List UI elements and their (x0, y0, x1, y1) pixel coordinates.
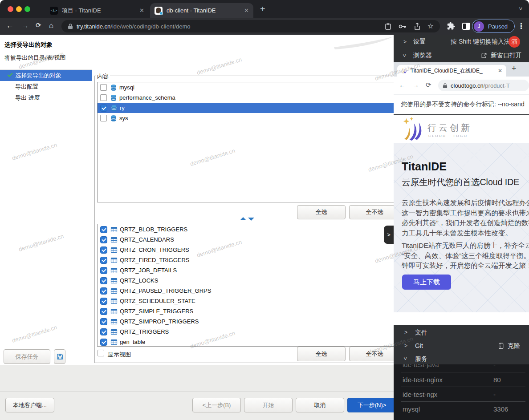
row-checkbox[interactable] (100, 226, 107, 233)
local-client-button[interactable]: 本地客户端... (5, 398, 54, 412)
settings-label: 设置 (413, 38, 426, 46)
brand-name: 行云创新 (427, 122, 472, 134)
inner-browser-tab[interactable]: TitanIDE_CloudIDE_在线IDE_ ✕ (397, 65, 506, 77)
tab-project[interactable]: <t> 项目 - TitanIDE ✕ (45, 3, 149, 18)
bookmark-star-icon[interactable]: ☆ (427, 23, 434, 30)
sync-status: Paused (488, 23, 508, 30)
row-checkbox[interactable] (100, 277, 107, 284)
row-checkbox[interactable] (100, 236, 107, 243)
clone-label[interactable]: 克隆 (508, 342, 520, 350)
table-icon (110, 298, 118, 305)
chevron-right-icon: > (404, 329, 407, 335)
back-button[interactable]: ← (6, 21, 14, 30)
row-checkbox[interactable] (100, 308, 107, 315)
step-export-progress[interactable]: 导出 进度 (0, 92, 92, 103)
git-section-row[interactable]: > Git 克隆 (394, 339, 529, 353)
new-tab-button[interactable]: + (260, 4, 265, 14)
step-label: 导出配置 (15, 83, 38, 91)
clone-icon[interactable] (498, 343, 504, 349)
tab-db-client[interactable]: db-client - TitanIDE ✕ (150, 3, 253, 18)
hero-section: TitanIDE 云原生时代您的首选Cloud IDE 云原生技术高速发展和后疫… (394, 143, 529, 312)
row-checkbox[interactable] (100, 94, 107, 101)
row-checkbox[interactable] (100, 328, 107, 335)
extensions-puzzle-icon[interactable] (446, 21, 456, 31)
step-label: 导出 进度 (15, 94, 40, 102)
services-label: 服务 (415, 355, 427, 363)
row-checkbox[interactable] (100, 257, 107, 264)
service-row[interactable]: mysql3306 (394, 402, 529, 416)
chevron-right-icon: > (403, 39, 407, 45)
hero-title: TitanIDE (402, 160, 447, 173)
row-checkbox[interactable] (100, 287, 107, 295)
panel-expander-handle[interactable]: > (384, 226, 394, 244)
row-checkbox[interactable] (100, 246, 107, 254)
row-checkbox[interactable] (100, 339, 107, 346)
service-list: ide-test-java-ide-test-nginx80ide-test-n… (394, 361, 529, 420)
save-task-button[interactable]: 保存任务 (4, 349, 50, 364)
git-label: Git (415, 342, 423, 349)
row-checkbox[interactable] (100, 318, 107, 325)
close-window-button[interactable] (8, 6, 13, 12)
tab-search-chevron-icon[interactable]: > (519, 5, 523, 12)
address-bar[interactable]: try.titanide.cn/ide/web/coding/db-client… (61, 20, 440, 32)
database-icon (110, 94, 117, 101)
download-button[interactable]: 马上下载 (402, 275, 451, 290)
step-label: 选择要导出的对象 (15, 72, 61, 80)
inner-address-bar[interactable]: cloudtogo.cn/product-T (438, 80, 529, 91)
step-select-objects[interactable]: 选择要导出的对象 (0, 70, 92, 81)
table-name: QRTZ_PAUSED_TRIGGER_GRPS (120, 287, 211, 294)
copy-link-icon[interactable] (385, 23, 391, 30)
open-new-window-label[interactable]: 新窗口打开 (491, 52, 522, 60)
splitter-up-icon[interactable] (240, 217, 246, 220)
show-views-checkbox[interactable] (98, 350, 104, 356)
row-checkbox[interactable] (100, 115, 107, 121)
start-button[interactable]: 开始 (244, 398, 293, 412)
files-section-row[interactable]: > 文件 (394, 326, 529, 339)
inner-new-tab-button[interactable]: + (512, 64, 517, 73)
select-none-button-bottom[interactable]: 全不选 (349, 347, 400, 361)
service-port: 3306 (493, 405, 508, 413)
save-task-icon-button[interactable] (54, 349, 65, 364)
side-panel-icon[interactable] (462, 23, 470, 30)
service-row[interactable]: ide-test-nginx80 (394, 372, 529, 387)
step-export-config[interactable]: 导出配置 (0, 81, 92, 92)
select-all-button-top[interactable]: 全选 (297, 205, 346, 219)
row-checkbox[interactable] (100, 267, 107, 274)
minimize-window-button[interactable] (16, 6, 22, 12)
row-checkbox[interactable] (100, 298, 107, 305)
inner-tab-close-icon[interactable]: ✕ (498, 68, 502, 74)
wizard-title: 选择要导出的对象 (4, 41, 53, 49)
forward-button[interactable]: → (21, 21, 29, 30)
inner-back-button[interactable]: ← (399, 81, 406, 89)
open-new-window-icon[interactable] (481, 52, 487, 59)
tab-close-icon[interactable]: ✕ (240, 7, 249, 14)
password-key-icon[interactable] (399, 24, 407, 29)
previous-step-button[interactable]: <上一步(B) (192, 398, 241, 412)
table-name: QRTZ_SIMPLE_TRIGGERS (120, 308, 193, 315)
browser-toolbar: ← → ⟳ ⌂ try.titanide.cn/ide/web/coding/d… (0, 18, 529, 35)
row-checkbox[interactable] (100, 84, 107, 91)
select-none-button-top[interactable]: 全不选 (349, 205, 400, 219)
profile-button[interactable]: J Paused (472, 20, 515, 33)
table-icon (110, 328, 118, 335)
inner-reload-button[interactable]: ⟳ (426, 81, 431, 89)
tab-close-icon[interactable]: ✕ (135, 7, 144, 14)
inner-forward-button[interactable]: → (412, 81, 419, 89)
database-icon (110, 115, 117, 122)
service-row[interactable]: ide-test-ngx- (394, 387, 529, 401)
share-icon[interactable] (414, 23, 420, 30)
table-name: QRTZ_CALENDARS (120, 236, 174, 243)
select-all-button-bottom[interactable]: 全选 (297, 347, 346, 361)
services-section-row[interactable]: > 服务 (394, 353, 529, 364)
service-name: ide-test-nginx (403, 376, 443, 384)
flag-warning-bar: 您使用的是不受支持的命令行标记: --no-sand (394, 94, 529, 114)
reload-button[interactable]: ⟳ (36, 21, 41, 29)
splitter-down-icon[interactable] (248, 218, 254, 221)
home-button[interactable]: ⌂ (49, 21, 53, 30)
maximize-window-button[interactable] (24, 6, 30, 12)
cancel-button[interactable]: 取消 (296, 398, 344, 412)
menu-dots-icon[interactable]: ⋮ (517, 21, 525, 31)
inner-url-path: /product-T (484, 82, 510, 89)
row-checkbox[interactable] (100, 105, 107, 112)
next-step-button[interactable]: 下一步(N)> (347, 398, 396, 412)
